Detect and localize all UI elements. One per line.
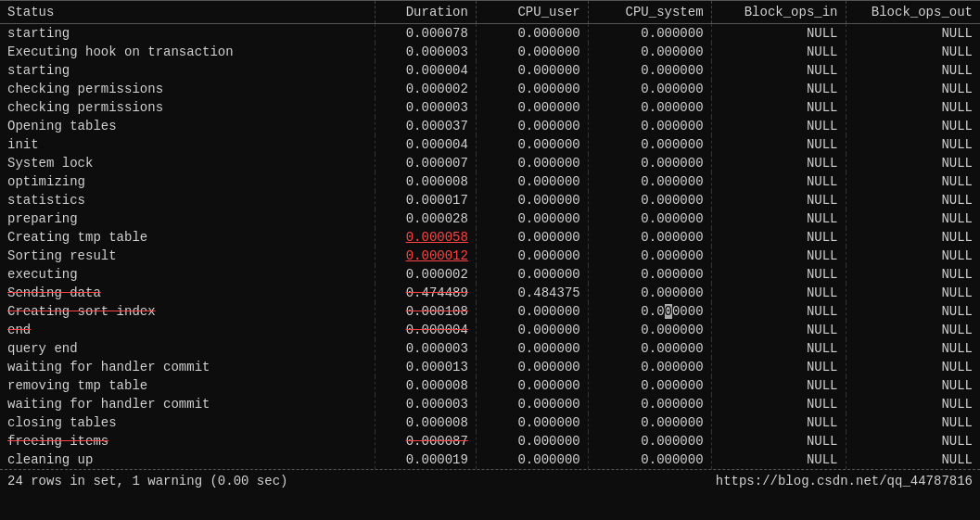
cell-status: Creating sort index [0,302,375,321]
cell-cpu-user: 0.000000 [476,61,588,80]
cell-block-in: NULL [711,61,846,80]
cell-cpu-user: 0.000000 [476,302,588,321]
cell-cpu-system: 0.000000 [588,209,711,228]
table-row: waiting for handler commit0.0000130.0000… [0,358,980,376]
cell-duration: 0.000078 [375,24,477,44]
cell-duration: 0.000008 [375,413,477,432]
cell-status: waiting for handler commit [0,395,375,413]
cell-block-in: NULL [711,228,846,247]
cell-status: Executing hook on transaction [0,43,375,61]
cell-cpu-user: 0.000000 [476,432,588,450]
cell-status: waiting for handler commit [0,358,375,376]
cell-cpu-user: 0.000000 [476,154,588,172]
cell-status: Sending data [0,284,375,302]
cell-block-out: NULL [846,247,980,265]
table-row: end0.0000040.0000000.000000NULLNULL [0,321,980,339]
cell-cpu-system: 0.000000 [588,358,711,376]
cell-block-in: NULL [711,395,846,413]
cell-duration: 0.000013 [375,358,477,376]
cell-cpu-system: 0.000000 [588,24,711,44]
cell-cpu-user: 0.000000 [476,450,588,469]
table-row: query end0.0000030.0000000.000000NULLNUL… [0,339,980,358]
cell-duration: 0.000008 [375,376,477,395]
table-row: checking permissions0.0000020.0000000.00… [0,80,980,98]
cell-duration: 0.000003 [375,339,477,358]
cell-block-in: NULL [711,450,846,469]
cell-block-in: NULL [711,432,846,450]
cell-block-in: NULL [711,24,846,44]
cell-status: Creating tmp table [0,228,375,247]
footer: 24 rows in set, 1 warning (0.00 sec) htt… [0,469,980,492]
table-row: Sorting result0.0000120.0000000.000000NU… [0,247,980,265]
table-row: freeing items0.0000870.0000000.000000NUL… [0,432,980,450]
cell-duration: 0.000004 [375,135,477,154]
cell-cpu-system: 0.000000 [588,450,711,469]
cell-block-out: NULL [846,98,980,117]
cell-block-in: NULL [711,284,846,302]
cell-status: optimizing [0,172,375,191]
cell-block-in: NULL [711,43,846,61]
cell-block-in: NULL [711,98,846,117]
cell-block-out: NULL [846,172,980,191]
cell-cpu-user: 0.000000 [476,228,588,247]
cell-duration: 0.000087 [375,432,477,450]
cell-block-out: NULL [846,228,980,247]
cell-duration: 0.000037 [375,117,477,135]
cell-block-out: NULL [846,450,980,469]
cell-block-in: NULL [711,209,846,228]
cell-block-in: NULL [711,80,846,98]
cell-block-out: NULL [846,358,980,376]
cell-duration: 0.000007 [375,154,477,172]
cell-block-out: NULL [846,209,980,228]
cell-cpu-user: 0.000000 [476,321,588,339]
cell-cpu-system: 0.000000 [588,395,711,413]
cell-cpu-system: 0.000000 [588,191,711,209]
cell-cpu-system: 0.000000 [588,432,711,450]
cell-duration: 0.000017 [375,191,477,209]
cell-cpu-system: 0.000000 [588,284,711,302]
cell-cpu-user: 0.000000 [476,191,588,209]
cell-cpu-system: 0.000000 [588,117,711,135]
cell-status: statistics [0,191,375,209]
cell-cpu-user: 0.000000 [476,43,588,61]
table-row: starting0.0000780.0000000.000000NULLNULL [0,24,980,44]
table-row: cleaning up0.0000190.0000000.000000NULLN… [0,450,980,469]
cell-block-in: NULL [711,247,846,265]
cell-block-in: NULL [711,135,846,154]
cell-block-out: NULL [846,413,980,432]
cell-cpu-user: 0.000000 [476,80,588,98]
cell-cpu-system: 0.000000 [588,43,711,61]
cell-cpu-system: 0.000000 [588,321,711,339]
cell-cpu-system: 0.000000 [588,376,711,395]
header-duration: Duration [375,1,477,24]
cell-status: end [0,321,375,339]
cell-block-in: NULL [711,358,846,376]
cell-block-out: NULL [846,284,980,302]
cell-cpu-system: 0.000000 [588,154,711,172]
cell-cpu-user: 0.000000 [476,209,588,228]
cell-cpu-user: 0.000000 [476,117,588,135]
cell-cpu-system: 0.000000 [588,98,711,117]
cell-cpu-system: 0.000000 [588,302,711,321]
header-block-in: Block_ops_in [711,1,846,24]
footer-summary: 24 rows in set, 1 warning (0.00 sec) [7,474,287,488]
cell-status: init [0,135,375,154]
cell-status: query end [0,339,375,358]
table-row: closing tables0.0000080.0000000.000000NU… [0,413,980,432]
cell-block-out: NULL [846,265,980,284]
cell-block-in: NULL [711,321,846,339]
cell-cpu-user: 0.000000 [476,172,588,191]
cell-cpu-system: 0.000000 [588,413,711,432]
cell-status: starting [0,61,375,80]
cell-block-out: NULL [846,339,980,358]
cell-block-out: NULL [846,395,980,413]
header-cpu-user: CPU_user [476,1,588,24]
table-row: statistics0.0000170.0000000.000000NULLNU… [0,191,980,209]
cell-status: removing tmp table [0,376,375,395]
cell-duration: 0.000002 [375,265,477,284]
cell-block-in: NULL [711,117,846,135]
header-block-out: Block_ops_out [846,1,980,24]
cell-status: Sorting result [0,247,375,265]
cell-duration: 0.000008 [375,172,477,191]
cell-cpu-user: 0.000000 [476,395,588,413]
